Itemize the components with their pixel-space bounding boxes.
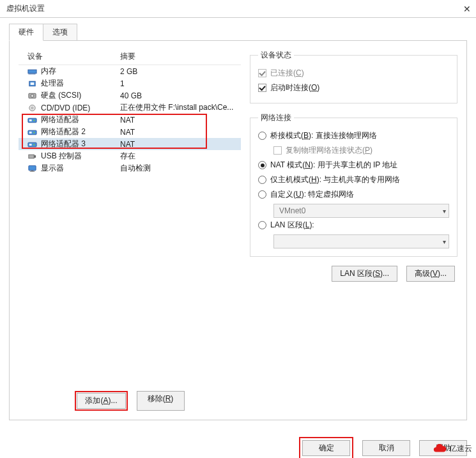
nat-radio[interactable] <box>258 161 266 169</box>
custom-radio[interactable] <box>258 190 266 199</box>
svg-point-12 <box>31 107 33 108</box>
device-summary: NAT <box>120 116 238 125</box>
device-name: USB 控制器 <box>41 151 82 162</box>
hostonly-radio[interactable] <box>258 176 266 184</box>
device-list: 内存2 GB处理器1硬盘 (SCSI)40 GBCD/DVD (IDE)正在使用… <box>19 65 241 386</box>
custom-radio-row[interactable]: 自定义(U): 特定虚拟网络 <box>258 187 449 202</box>
device-name: 网络适配器 3 <box>41 139 86 149</box>
device-summary: NAT <box>120 140 238 149</box>
svg-point-15 <box>33 119 35 121</box>
cancel-button[interactable]: 取消 <box>362 440 410 456</box>
svg-point-21 <box>33 144 35 145</box>
device-row[interactable]: 网络适配器 2NAT <box>19 126 241 138</box>
usb-icon <box>27 153 37 160</box>
device-row[interactable]: 内存2 GB <box>19 65 241 77</box>
device-summary: 正在使用文件 F:\install pack\Ce... <box>120 102 238 113</box>
close-icon[interactable]: ✕ <box>462 4 472 14</box>
add-button[interactable]: 添加(A)... <box>77 393 125 409</box>
device-status-group: 设备状态 已连接(C) 启动时连接(O) <box>250 50 457 103</box>
device-summary: 40 GB <box>120 91 238 100</box>
lan-radio-row[interactable]: LAN 区段(L): <box>258 218 449 233</box>
vmnet-value: VMnet0 <box>279 206 305 215</box>
left-buttons: 添加(A)... 移除(R) <box>19 391 241 411</box>
svg-rect-20 <box>29 144 32 146</box>
svg-rect-6 <box>35 73 35 74</box>
svg-rect-14 <box>29 119 32 121</box>
dialog-footer: 确定 取消 帮助 <box>0 438 476 457</box>
tab-content: 设备 摘要 内存2 GB处理器1硬盘 (SCSI)40 GBCD/DVD (ID… <box>9 41 467 420</box>
device-name: 内存 <box>41 66 56 77</box>
right-bottom-buttons: LAN 区段(S)... 高级(V)... <box>250 266 457 282</box>
lan-radio[interactable] <box>258 221 266 229</box>
bridged-radio-row[interactable]: 桥接模式(B): 直接连接物理网络 <box>258 128 449 143</box>
tab-hardware[interactable]: 硬件 <box>9 24 43 41</box>
connect-on-label: 启动时连接(O) <box>270 82 319 93</box>
device-row[interactable]: 硬盘 (SCSI)40 GB <box>19 89 241 102</box>
custom-label: 自定义(U): 特定虚拟网络 <box>270 189 354 200</box>
memory-icon <box>27 68 37 75</box>
hostonly-radio-row[interactable]: 仅主机模式(H): 与主机共享的专用网络 <box>258 172 449 187</box>
nat-label: NAT 模式(N): 用于共享主机的 IP 地址 <box>270 160 397 171</box>
svg-rect-24 <box>29 165 36 171</box>
device-summary: NAT <box>120 128 238 137</box>
left-pane: 设备 摘要 内存2 GB处理器1硬盘 (SCSI)40 GBCD/DVD (ID… <box>19 50 241 411</box>
cloud-icon <box>433 441 447 455</box>
col-device-header: 设备 <box>27 51 120 62</box>
bridged-radio[interactable] <box>258 132 266 140</box>
highlight-ok-button: 确定 <box>299 437 353 459</box>
network-connection-group: 网络连接 桥接模式(B): 直接连接物理网络 复制物理网络连接状态(P) NAT… <box>250 112 457 257</box>
svg-rect-8 <box>31 82 35 85</box>
network-icon <box>27 141 37 148</box>
nat-radio-row[interactable]: NAT 模式(N): 用于共享主机的 IP 地址 <box>258 158 449 172</box>
device-name: CD/DVD (IDE) <box>41 103 90 112</box>
device-summary: 1 <box>120 79 238 88</box>
device-row[interactable]: 处理器1 <box>19 77 241 89</box>
ok-button[interactable]: 确定 <box>302 440 350 456</box>
device-row[interactable]: 网络适配器NAT <box>19 114 241 126</box>
svg-rect-4 <box>33 73 33 74</box>
device-row[interactable]: 网络适配器 3NAT <box>19 138 241 150</box>
svg-rect-5 <box>33 73 34 74</box>
display-icon <box>27 165 37 172</box>
connected-label: 已连接(C) <box>270 68 304 79</box>
lan-combo: ▾ <box>273 234 449 248</box>
remove-button[interactable]: 移除(R) <box>137 391 185 411</box>
advanced-button[interactable]: 高级(V)... <box>406 266 455 282</box>
device-row[interactable]: CD/DVD (IDE)正在使用文件 F:\install pack\Ce... <box>19 102 241 114</box>
replicate-row: 复制物理网络连接状态(P) <box>273 143 449 158</box>
hostonly-label: 仅主机模式(H): 与主机共享的专用网络 <box>270 174 400 185</box>
chevron-down-icon: ▾ <box>443 238 446 245</box>
svg-rect-23 <box>34 155 36 158</box>
device-name: 网络适配器 <box>41 114 79 125</box>
col-summary-header: 摘要 <box>120 51 238 62</box>
right-pane: 设备状态 已连接(C) 启动时连接(O) 网络连接 桥接模式(B): 直接连接物… <box>250 50 457 411</box>
tab-strip: 硬件 选项 <box>9 24 467 41</box>
device-row[interactable]: 显示器自动检测 <box>19 162 241 174</box>
tab-options[interactable]: 选项 <box>43 24 77 40</box>
connect-on-checkbox[interactable] <box>258 84 266 92</box>
connected-checkbox <box>258 69 266 77</box>
network-connection-legend: 网络连接 <box>258 112 294 123</box>
svg-rect-17 <box>29 132 32 134</box>
window-title: 虚拟机设置 <box>6 3 45 14</box>
chevron-down-icon: ▾ <box>443 208 446 215</box>
svg-rect-26 <box>30 171 35 171</box>
connect-on-row[interactable]: 启动时连接(O) <box>258 80 449 95</box>
network-icon <box>27 128 37 136</box>
svg-point-10 <box>31 94 34 97</box>
network-icon <box>27 116 37 124</box>
watermark-text: 亿速云 <box>449 443 472 454</box>
cd-icon <box>27 104 37 112</box>
lan-segments-button[interactable]: LAN 区段(S)... <box>332 266 397 282</box>
device-name: 显示器 <box>41 163 64 174</box>
device-row[interactable]: USB 控制器存在 <box>19 150 241 162</box>
device-table-header: 设备 摘要 <box>19 50 241 65</box>
device-summary: 自动检测 <box>120 163 238 174</box>
cpu-icon <box>27 80 37 88</box>
bridged-label: 桥接模式(B): 直接连接物理网络 <box>270 130 377 141</box>
watermark: 亿速云 <box>433 441 472 455</box>
svg-rect-2 <box>30 73 31 74</box>
device-name: 硬盘 (SCSI) <box>41 90 81 101</box>
vmnet-combo: VMnet0 ▾ <box>273 204 449 218</box>
device-summary: 存在 <box>120 151 238 162</box>
